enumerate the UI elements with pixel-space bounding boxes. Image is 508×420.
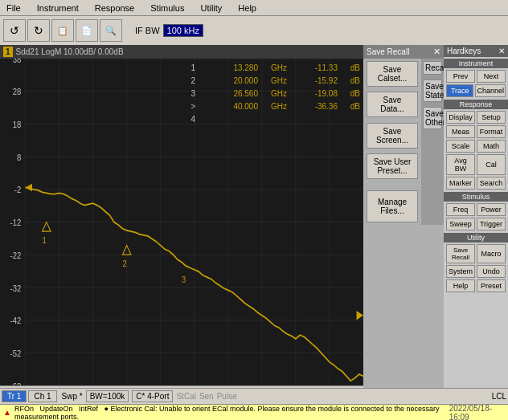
zoom-button[interactable]: 🔍	[100, 19, 122, 42]
svg-text:2: 2	[122, 259, 127, 269]
marker-number: > 4	[184, 100, 195, 126]
menu-file[interactable]: File	[3, 2, 24, 14]
hk-display-button[interactable]: Display	[446, 111, 475, 124]
undo-button[interactable]: ↺	[3, 19, 26, 42]
hk-math-button[interactable]: Math	[477, 140, 506, 153]
hk-format-button[interactable]: Format	[477, 125, 506, 138]
paste-button[interactable]: 📄	[76, 19, 98, 42]
hk-undo-button[interactable]: Undo	[477, 265, 506, 278]
hk-trace-button[interactable]: Trace	[446, 84, 473, 97]
svg-text:-62: -62	[10, 381, 22, 385]
marker-value: -36.36	[293, 100, 338, 126]
marker-value: -15.92	[293, 75, 338, 88]
menu-bar: File Instrument Response Stimulus Utilit…	[0, 0, 508, 16]
tab-tr1[interactable]: Tr 1	[2, 390, 27, 402]
chart-and-right: 1 Sdd21 LogM 10.00dB/ 0.00dB	[0, 45, 508, 388]
marker-unit: GHz	[264, 100, 287, 126]
hk-search-button[interactable]: Search	[477, 177, 506, 190]
marker-unit: GHz	[264, 88, 287, 100]
svg-text:3: 3	[182, 275, 186, 285]
hk-saverecall-button[interactable]: SaveRecall	[446, 244, 475, 263]
hk-help-button[interactable]: Help	[446, 279, 475, 292]
hk-cal-button[interactable]: Cal	[477, 154, 506, 175]
hk-avgbw-button[interactable]: Avg BW	[446, 154, 475, 175]
trace-label: Sdd21 LogM 10.00dB/ 0.00dB	[16, 47, 124, 56]
hk-power-button[interactable]: Power	[477, 203, 506, 216]
menu-utility[interactable]: Utility	[197, 2, 225, 14]
hk-trigger-button[interactable]: Trigger	[477, 218, 506, 230]
toolbar: ↺ ↻ 📋 📄 🔍 IF BW 100 kHz	[0, 16, 508, 45]
marker-freq: 40.000	[202, 100, 258, 126]
save-user-preset-button[interactable]: Save User Preset...	[367, 153, 418, 179]
hardkeys-stimulus-label: Stimulus	[444, 192, 508, 202]
hk-preset-button[interactable]: Preset	[477, 279, 506, 292]
svg-text:8: 8	[17, 153, 22, 162]
hk-freq-button[interactable]: Freq	[446, 203, 475, 216]
menu-help[interactable]: Help	[235, 2, 260, 14]
marker-number: 2	[184, 75, 195, 88]
marker-number: 1	[184, 62, 195, 75]
hk-macro-button[interactable]: Macro	[477, 244, 506, 263]
hk-sweep-button[interactable]: Sweep	[446, 218, 475, 230]
hardkeys-row: Meas Format	[446, 125, 506, 138]
marker-table: 113.280GHz-11.33dB220.000GHz-15.92dB326.…	[184, 62, 360, 126]
menu-instrument[interactable]: Instrument	[34, 2, 82, 14]
marker-value: -19.08	[293, 88, 338, 100]
marker-number: 3	[184, 88, 195, 100]
hk-marker-button[interactable]: Marker	[446, 177, 475, 190]
hardkeys-response-label: Response	[444, 100, 508, 109]
hk-setup-button[interactable]: Setup	[477, 111, 506, 124]
recall-button[interactable]: Recall	[423, 61, 442, 75]
menu-stimulus[interactable]: Stimulus	[147, 2, 187, 14]
save-recall-close[interactable]: ✕	[433, 47, 440, 57]
hardkeys-row: SaveRecall Macro	[446, 244, 506, 263]
hardkeys-row: Display Setup	[446, 111, 506, 124]
tab-ch1[interactable]: Ch 1	[28, 390, 56, 402]
save-data-button[interactable]: Save Data...	[367, 92, 418, 117]
manage-files-button[interactable]: Manage Files...	[367, 190, 418, 222]
marker-freq: 13.280	[202, 62, 258, 75]
ifbw-section: IF BW 100 kHz	[135, 24, 203, 37]
hardkeys-row: Trace Channel	[446, 84, 506, 97]
marker-db: dB	[344, 62, 360, 75]
chart-header: 1 Sdd21 LogM 10.00dB/ 0.00dB	[0, 45, 363, 59]
message-bar: ▲ RFOn UpdateOn IntRef ● Electronic Cal:…	[0, 404, 508, 420]
hk-system-button[interactable]: System	[446, 265, 475, 278]
hk-prev-button[interactable]: Prev	[446, 70, 475, 83]
marker-row: 326.560GHz-19.08dB	[184, 88, 360, 100]
hk-scale-button[interactable]: Scale	[446, 140, 475, 153]
save-other-button[interactable]: Save Other	[423, 107, 442, 129]
svg-text:1: 1	[43, 236, 47, 246]
status-indicators: RFOn UpdateOn IntRef ● Electronic Cal: U…	[14, 405, 449, 421]
ifbw-label: IF BW	[135, 26, 160, 35]
save-screen-button[interactable]: Save Screen...	[367, 123, 418, 149]
hardkeys-row: Prev Next	[446, 70, 506, 83]
marker-row: 220.000GHz-15.92dB	[184, 75, 360, 88]
svg-text:18: 18	[13, 120, 22, 130]
hk-meas-button[interactable]: Meas	[446, 125, 475, 138]
svg-text:-2: -2	[14, 186, 22, 195]
marker-row: 113.280GHz-11.33dB	[184, 62, 360, 75]
lcl-indicator: LCL	[492, 392, 506, 401]
hk-channel-button[interactable]: Channel	[475, 84, 506, 97]
save-state-button[interactable]: Save State	[423, 80, 442, 102]
save-calset-button[interactable]: Save Calset...	[367, 61, 418, 87]
hardkeys-close[interactable]: ✕	[498, 47, 505, 55]
hardkeys-row: Avg BW Cal	[446, 154, 506, 175]
copy-button[interactable]: 📋	[51, 19, 74, 42]
menu-response[interactable]: Response	[92, 2, 138, 14]
main-area: 1 Sdd21 LogM 10.00dB/ 0.00dB	[0, 45, 508, 388]
save-recall-title: Save Recall	[367, 47, 409, 56]
svg-text:-12: -12	[10, 218, 22, 228]
redo-button[interactable]: ↻	[27, 19, 50, 42]
marker-freq: 20.000	[202, 75, 258, 88]
chart-area: 1 Sdd21 LogM 10.00dB/ 0.00dB	[0, 45, 363, 388]
hardkeys-row: System Undo	[446, 265, 506, 278]
hk-next-button[interactable]: Next	[477, 70, 506, 83]
ifbw-value[interactable]: 100 kHz	[167, 26, 199, 35]
channel-badge: 1	[3, 47, 13, 57]
marker-db: dB	[344, 100, 360, 126]
tab-4port: C* 4-Port	[132, 390, 173, 402]
hardkeys-header: Hardkeys ✕	[444, 45, 508, 57]
marker-db: dB	[344, 75, 360, 88]
